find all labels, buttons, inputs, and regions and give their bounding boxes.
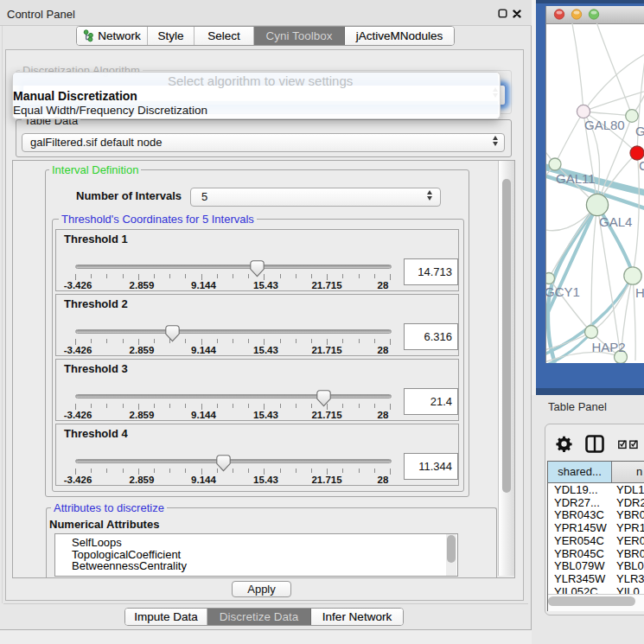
svg-text:G.: G.	[635, 124, 644, 138]
svg-text:H: H	[635, 285, 644, 300]
svg-text:GAL4: GAL4	[599, 214, 632, 229]
svg-text:GCY1: GCY1	[546, 284, 580, 299]
svg-text:GAL80: GAL80	[584, 118, 625, 132]
svg-text:HAP2: HAP2	[592, 340, 626, 354]
svg-text:GAL11: GAL11	[556, 171, 596, 186]
svg-text:C: C	[639, 158, 644, 173]
